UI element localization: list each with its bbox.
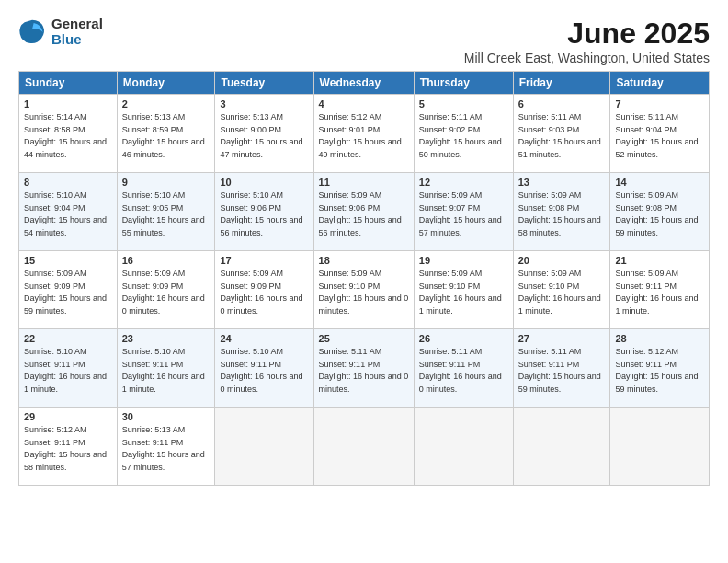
title-block: June 2025 Mill Creek East, Washington, U… bbox=[464, 17, 710, 65]
day-number: 26 bbox=[419, 333, 508, 344]
logo-general-text: General bbox=[51, 17, 103, 32]
table-row: 7 Sunrise: 5:11 AMSunset: 9:04 PMDayligh… bbox=[610, 95, 710, 173]
table-row bbox=[414, 408, 513, 486]
day-number: 14 bbox=[615, 177, 704, 188]
table-row: 29 Sunrise: 5:12 AMSunset: 9:11 PMDaylig… bbox=[19, 408, 118, 486]
day-info: Sunrise: 5:09 AMSunset: 9:09 PMDaylight:… bbox=[220, 269, 302, 316]
calendar-header-row: Sunday Monday Tuesday Wednesday Thursday… bbox=[19, 72, 710, 95]
day-number: 23 bbox=[122, 333, 210, 344]
table-row: 14 Sunrise: 5:09 AMSunset: 9:08 PMDaylig… bbox=[610, 173, 710, 251]
day-number: 24 bbox=[220, 333, 308, 344]
day-info: Sunrise: 5:12 AMSunset: 9:01 PMDaylight:… bbox=[319, 112, 402, 159]
day-number: 4 bbox=[319, 98, 409, 109]
day-info: Sunrise: 5:10 AMSunset: 9:11 PMDaylight:… bbox=[24, 347, 107, 394]
day-number: 12 bbox=[419, 177, 508, 188]
day-info: Sunrise: 5:11 AMSunset: 9:02 PMDaylight:… bbox=[419, 112, 502, 159]
logo-blue-text: Blue bbox=[51, 32, 103, 48]
day-info: Sunrise: 5:09 AMSunset: 9:10 PMDaylight:… bbox=[419, 269, 502, 316]
calendar-week-row: 8 Sunrise: 5:10 AMSunset: 9:04 PMDayligh… bbox=[19, 173, 710, 251]
day-info: Sunrise: 5:10 AMSunset: 9:06 PMDaylight:… bbox=[220, 190, 302, 237]
calendar-week-row: 29 Sunrise: 5:12 AMSunset: 9:11 PMDaylig… bbox=[19, 408, 710, 486]
day-number: 13 bbox=[518, 177, 606, 188]
day-number: 21 bbox=[615, 255, 704, 266]
day-number: 3 bbox=[220, 98, 308, 109]
day-number: 17 bbox=[220, 255, 308, 266]
day-info: Sunrise: 5:13 AMSunset: 8:59 PMDaylight:… bbox=[122, 112, 205, 159]
table-row bbox=[513, 408, 610, 486]
col-monday: Monday bbox=[117, 72, 215, 95]
day-info: Sunrise: 5:11 AMSunset: 9:03 PMDaylight:… bbox=[518, 112, 601, 159]
page: General Blue June 2025 Mill Creek East, … bbox=[0, 0, 728, 563]
day-info: Sunrise: 5:09 AMSunset: 9:11 PMDaylight:… bbox=[615, 269, 698, 316]
table-row: 4 Sunrise: 5:12 AMSunset: 9:01 PMDayligh… bbox=[313, 95, 414, 173]
day-number: 2 bbox=[122, 98, 210, 109]
day-info: Sunrise: 5:10 AMSunset: 9:11 PMDaylight:… bbox=[220, 347, 302, 394]
logo-text: General Blue bbox=[51, 17, 103, 47]
table-row: 5 Sunrise: 5:11 AMSunset: 9:02 PMDayligh… bbox=[414, 95, 513, 173]
day-info: Sunrise: 5:11 AMSunset: 9:11 PMDaylight:… bbox=[518, 347, 601, 394]
logo-icon bbox=[18, 18, 46, 46]
calendar-week-row: 22 Sunrise: 5:10 AMSunset: 9:11 PMDaylig… bbox=[19, 329, 710, 408]
day-number: 28 bbox=[615, 333, 704, 344]
day-info: Sunrise: 5:13 AMSunset: 9:00 PMDaylight:… bbox=[220, 112, 302, 159]
table-row bbox=[313, 408, 414, 486]
col-tuesday: Tuesday bbox=[215, 72, 313, 95]
col-wednesday: Wednesday bbox=[313, 72, 414, 95]
day-info: Sunrise: 5:09 AMSunset: 9:07 PMDaylight:… bbox=[419, 190, 502, 237]
table-row: 24 Sunrise: 5:10 AMSunset: 9:11 PMDaylig… bbox=[215, 329, 313, 408]
day-number: 6 bbox=[518, 98, 606, 109]
header: General Blue June 2025 Mill Creek East, … bbox=[18, 17, 710, 65]
col-sunday: Sunday bbox=[19, 72, 118, 95]
table-row: 20 Sunrise: 5:09 AMSunset: 9:10 PMDaylig… bbox=[513, 251, 610, 329]
table-row: 16 Sunrise: 5:09 AMSunset: 9:09 PMDaylig… bbox=[117, 251, 215, 329]
day-number: 19 bbox=[419, 255, 508, 266]
day-number: 5 bbox=[419, 98, 508, 109]
table-row: 3 Sunrise: 5:13 AMSunset: 9:00 PMDayligh… bbox=[215, 95, 313, 173]
day-number: 1 bbox=[24, 98, 112, 109]
table-row: 27 Sunrise: 5:11 AMSunset: 9:11 PMDaylig… bbox=[513, 329, 610, 408]
table-row: 8 Sunrise: 5:10 AMSunset: 9:04 PMDayligh… bbox=[19, 173, 118, 251]
day-info: Sunrise: 5:10 AMSunset: 9:05 PMDaylight:… bbox=[122, 190, 205, 237]
day-number: 11 bbox=[319, 177, 409, 188]
table-row: 11 Sunrise: 5:09 AMSunset: 9:06 PMDaylig… bbox=[313, 173, 414, 251]
day-info: Sunrise: 5:14 AMSunset: 8:58 PMDaylight:… bbox=[24, 112, 107, 159]
day-number: 27 bbox=[518, 333, 606, 344]
table-row: 1 Sunrise: 5:14 AMSunset: 8:58 PMDayligh… bbox=[19, 95, 118, 173]
main-title: June 2025 bbox=[464, 17, 710, 51]
day-info: Sunrise: 5:09 AMSunset: 9:09 PMDaylight:… bbox=[24, 269, 107, 316]
day-number: 29 bbox=[24, 411, 112, 422]
day-number: 15 bbox=[24, 255, 112, 266]
day-number: 18 bbox=[319, 255, 409, 266]
col-saturday: Saturday bbox=[610, 72, 710, 95]
day-info: Sunrise: 5:11 AMSunset: 9:04 PMDaylight:… bbox=[615, 112, 698, 159]
table-row: 9 Sunrise: 5:10 AMSunset: 9:05 PMDayligh… bbox=[117, 173, 215, 251]
day-number: 22 bbox=[24, 333, 112, 344]
day-info: Sunrise: 5:10 AMSunset: 9:11 PMDaylight:… bbox=[122, 347, 205, 394]
day-info: Sunrise: 5:09 AMSunset: 9:08 PMDaylight:… bbox=[518, 190, 601, 237]
table-row: 22 Sunrise: 5:10 AMSunset: 9:11 PMDaylig… bbox=[19, 329, 118, 408]
logo: General Blue bbox=[18, 17, 103, 47]
table-row: 18 Sunrise: 5:09 AMSunset: 9:10 PMDaylig… bbox=[313, 251, 414, 329]
day-info: Sunrise: 5:09 AMSunset: 9:06 PMDaylight:… bbox=[319, 190, 402, 237]
table-row: 17 Sunrise: 5:09 AMSunset: 9:09 PMDaylig… bbox=[215, 251, 313, 329]
day-info: Sunrise: 5:11 AMSunset: 9:11 PMDaylight:… bbox=[419, 347, 502, 394]
day-info: Sunrise: 5:09 AMSunset: 9:10 PMDaylight:… bbox=[319, 269, 409, 316]
day-number: 10 bbox=[220, 177, 308, 188]
table-row: 30 Sunrise: 5:13 AMSunset: 9:11 PMDaylig… bbox=[117, 408, 215, 486]
day-info: Sunrise: 5:12 AMSunset: 9:11 PMDaylight:… bbox=[24, 425, 107, 472]
calendar-week-row: 1 Sunrise: 5:14 AMSunset: 8:58 PMDayligh… bbox=[19, 95, 710, 173]
calendar-table: Sunday Monday Tuesday Wednesday Thursday… bbox=[18, 71, 710, 486]
day-info: Sunrise: 5:09 AMSunset: 9:10 PMDaylight:… bbox=[518, 269, 601, 316]
day-info: Sunrise: 5:10 AMSunset: 9:04 PMDaylight:… bbox=[24, 190, 107, 237]
table-row: 15 Sunrise: 5:09 AMSunset: 9:09 PMDaylig… bbox=[19, 251, 118, 329]
calendar-week-row: 15 Sunrise: 5:09 AMSunset: 9:09 PMDaylig… bbox=[19, 251, 710, 329]
table-row: 21 Sunrise: 5:09 AMSunset: 9:11 PMDaylig… bbox=[610, 251, 710, 329]
day-info: Sunrise: 5:13 AMSunset: 9:11 PMDaylight:… bbox=[122, 425, 205, 472]
day-info: Sunrise: 5:11 AMSunset: 9:11 PMDaylight:… bbox=[319, 347, 409, 394]
day-number: 20 bbox=[518, 255, 606, 266]
table-row: 2 Sunrise: 5:13 AMSunset: 8:59 PMDayligh… bbox=[117, 95, 215, 173]
table-row: 12 Sunrise: 5:09 AMSunset: 9:07 PMDaylig… bbox=[414, 173, 513, 251]
table-row bbox=[215, 408, 313, 486]
table-row: 6 Sunrise: 5:11 AMSunset: 9:03 PMDayligh… bbox=[513, 95, 610, 173]
day-info: Sunrise: 5:09 AMSunset: 9:08 PMDaylight:… bbox=[615, 190, 698, 237]
